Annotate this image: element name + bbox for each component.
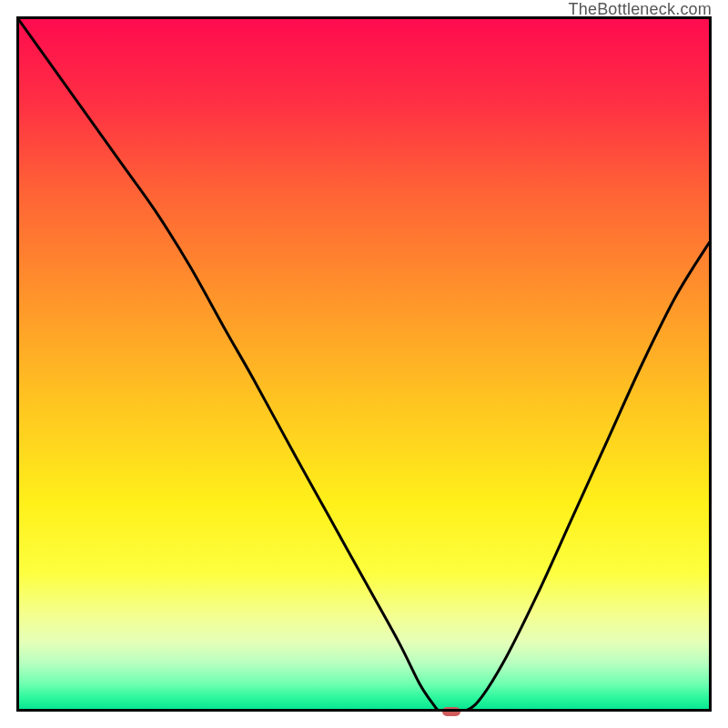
bottleneck-curve	[16, 16, 712, 712]
optimal-marker	[442, 707, 460, 716]
chart-curve-layer	[16, 16, 712, 712]
chart-plot-area	[16, 16, 712, 712]
watermark-label: TheBottleneck.com	[569, 0, 712, 19]
